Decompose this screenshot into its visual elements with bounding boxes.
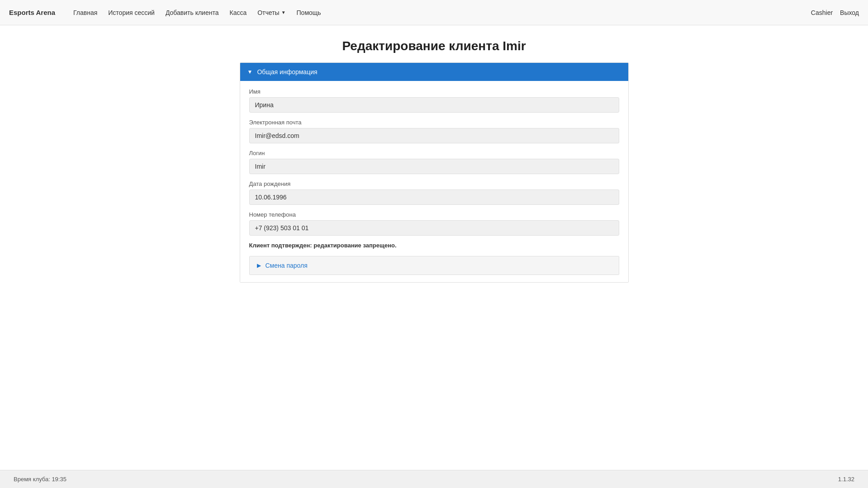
change-password-label: Смена пароля xyxy=(266,262,308,269)
navbar: Esports Arena Главная История сессий Доб… xyxy=(0,0,868,25)
input-name[interactable] xyxy=(249,97,619,113)
brand-logo[interactable]: Esports Arena xyxy=(9,9,55,16)
form-group-birthdate: Дата рождения xyxy=(249,180,619,205)
chevron-down-icon: ▼ xyxy=(247,69,253,75)
footer: Время клуба: 19:35 1.1.32 xyxy=(0,470,868,488)
page-container: Редактирование клиента Imir ▼ Общая инфо… xyxy=(240,39,629,283)
accordion-header-label: Общая информация xyxy=(257,68,317,76)
nav-item-cashier[interactable]: Касса xyxy=(225,6,251,19)
accordion-sub-header[interactable]: ▶ Смена пароля xyxy=(250,256,619,275)
navbar-right: Cashier Выход xyxy=(811,9,859,16)
alert-confirmed: Клиент подтвержден: редактирование запре… xyxy=(249,242,619,249)
label-login: Логин xyxy=(249,150,619,156)
nav-item-reports[interactable]: Отчеты ▼ xyxy=(253,6,290,19)
label-phone: Номер телефона xyxy=(249,211,619,218)
input-birthdate[interactable] xyxy=(249,190,619,205)
form-group-login: Логин xyxy=(249,150,619,174)
form-group-email: Электронная почта xyxy=(249,119,619,143)
accordion-header[interactable]: ▼ Общая информация xyxy=(240,63,628,81)
main-content: Редактирование клиента Imir ▼ Общая инфо… xyxy=(0,25,868,470)
label-name: Имя xyxy=(249,88,619,95)
accordion-change-password: ▶ Смена пароля xyxy=(249,256,619,275)
nav-item-reports-label: Отчеты xyxy=(257,9,279,16)
nav-item-add-client[interactable]: Добавить клиента xyxy=(161,6,223,19)
label-birthdate: Дата рождения xyxy=(249,180,619,187)
form-group-phone: Номер телефона xyxy=(249,211,619,236)
form-group-name: Имя xyxy=(249,88,619,113)
input-email[interactable] xyxy=(249,128,619,143)
version: 1.1.32 xyxy=(838,476,854,483)
input-login[interactable] xyxy=(249,159,619,174)
page-title: Редактирование клиента Imir xyxy=(240,39,629,53)
label-email: Электронная почта xyxy=(249,119,619,126)
navbar-username: Cashier xyxy=(811,9,833,16)
accordion-general-info: ▼ Общая информация Имя Электронная почта… xyxy=(240,62,629,283)
club-time: Время клуба: 19:35 xyxy=(14,476,66,483)
chevron-down-icon: ▼ xyxy=(281,10,286,15)
chevron-right-icon: ▶ xyxy=(257,262,261,269)
logout-button[interactable]: Выход xyxy=(840,9,859,16)
nav-item-help[interactable]: Помощь xyxy=(292,6,326,19)
input-phone[interactable] xyxy=(249,220,619,236)
accordion-body: Имя Электронная почта Логин Дата рождени… xyxy=(240,81,628,282)
nav-item-history[interactable]: История сессий xyxy=(104,6,159,19)
nav-links: Главная История сессий Добавить клиента … xyxy=(69,6,811,19)
nav-item-home[interactable]: Главная xyxy=(69,6,102,19)
